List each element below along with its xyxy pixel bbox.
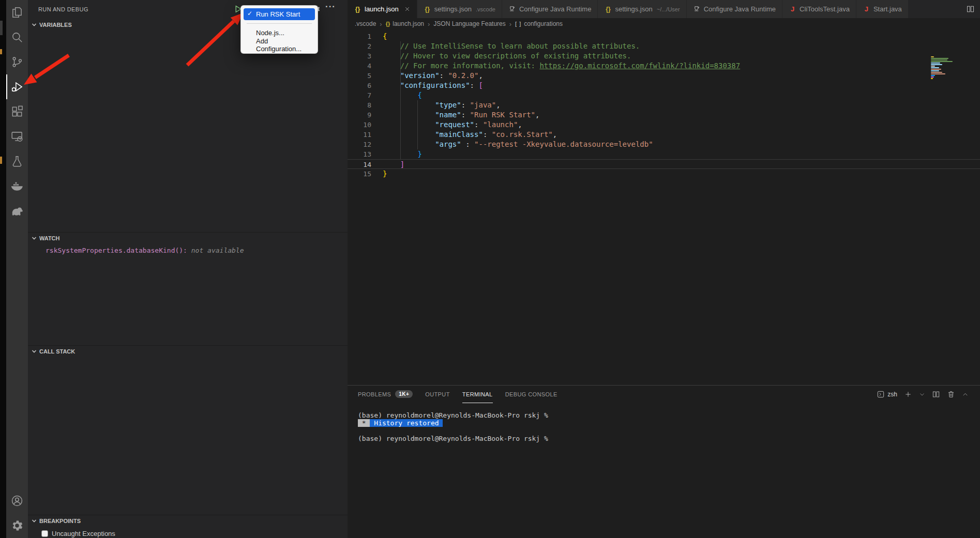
breadcrumb-item-configurations[interactable]: [ ]configurations (515, 20, 563, 27)
tab-label: settings.json (434, 5, 472, 13)
code-line-15: 15} (348, 169, 980, 179)
code-line-12: 12 "args" : "--regtest -Xkeyvalue.dataso… (348, 140, 980, 149)
screen-fragment (0, 49, 2, 54)
close-icon[interactable] (404, 6, 411, 12)
tab-label: Start.java (873, 5, 902, 13)
activity-bar-item-gradle[interactable] (6, 198, 28, 223)
breadcrumb-item--vscode[interactable]: .vscode (355, 20, 376, 27)
tab-label: Configure Java Runtime (519, 5, 591, 13)
tab-configure-java-runtime[interactable]: Configure Java Runtime (502, 0, 598, 18)
java-runtime-cup-icon (693, 5, 701, 13)
chevron-down-icon (31, 22, 37, 28)
watch-label: WATCH (39, 235, 60, 241)
panel-tab-output[interactable]: OUTPUT (425, 386, 450, 403)
run-and-debug-icon (10, 80, 24, 94)
chevron-down-icon (31, 235, 37, 241)
line-number: 3 (348, 51, 371, 61)
screen-fragment (0, 21, 3, 35)
tab-settings-json[interactable]: {}settings.json~/.../User (598, 0, 686, 18)
code-line-6: 6 "configurations": [ (348, 81, 980, 90)
panel-tab-label: DEBUG CONSOLE (505, 391, 557, 397)
tab-clitoolstest-java[interactable]: JCliToolsTest.java (782, 0, 856, 18)
code-line-8: 8 "type": "java", (348, 100, 980, 110)
more-actions-icon[interactable]: ··· (325, 2, 336, 12)
menu-item-label: Run RSK Start (256, 10, 300, 18)
array-symbol-icon: [ ] (515, 21, 521, 27)
line-content: "args" : "--regtest -Xkeyvalue.datasourc… (383, 140, 653, 149)
activity-bar-item-settings[interactable] (6, 513, 28, 538)
tab-detail: .vscode (476, 6, 495, 12)
activity-bar-item-extensions[interactable] (6, 99, 28, 124)
activity-bar-item-remote-explorer[interactable] (6, 124, 28, 149)
line-number: 10 (348, 120, 371, 130)
panel-tab-problems[interactable]: PROBLEMS1K+ (358, 386, 413, 403)
panel-tab-label: OUTPUT (425, 391, 450, 397)
terminal-output[interactable]: (base) reynoldmorel@Reynolds-MacBook-Pro… (348, 403, 980, 442)
breakpoints-section-header[interactable]: BREAKPOINTS (28, 515, 348, 527)
activity-bar-item-run-and-debug[interactable] (6, 74, 28, 99)
panel-tab-debug-console[interactable]: DEBUG CONSOLE (505, 386, 557, 403)
activity-bar-item-testing[interactable] (6, 149, 28, 174)
watch-value: not available (191, 247, 244, 254)
terminal-shell-chip[interactable]: zsh (877, 390, 897, 398)
tab-configure-java-runtime[interactable]: Configure Java Runtime (687, 0, 782, 18)
activity-bar (6, 0, 28, 538)
tab-launch-json[interactable]: {}launch.json (348, 0, 417, 18)
line-number: 4 (348, 61, 371, 71)
settings-icon (10, 519, 24, 532)
line-content: } (383, 169, 387, 179)
gradle-icon (10, 204, 24, 218)
menu-separator (247, 23, 312, 24)
checkmark-icon: ✓ (247, 10, 252, 17)
line-number: 11 (348, 130, 371, 140)
kill-terminal-trash-icon[interactable] (947, 390, 955, 398)
menu-item-add-configuration-[interactable]: Add Configuration... (244, 39, 315, 51)
breadcrumb-text: configurations (524, 20, 563, 27)
line-number: 9 (348, 110, 371, 120)
line-number: 12 (348, 140, 371, 149)
panel-tab-terminal[interactable]: TERMINAL (462, 386, 493, 403)
line-content: "name": "Run RSK Start", (383, 110, 539, 120)
uncaught-exceptions-checkbox[interactable] (41, 530, 48, 537)
tab-label: Configure Java Runtime (704, 5, 776, 13)
activity-bar-item-explorer[interactable] (6, 0, 28, 25)
line-content: ] (383, 160, 404, 168)
breadcrumb-item-json-language-features[interactable]: JSON Language Features (433, 20, 505, 27)
split-editor-icon[interactable] (966, 5, 975, 13)
screen-fragment (0, 157, 2, 164)
code-editor[interactable]: 1{2 // Use IntelliSense to learn about p… (348, 29, 980, 385)
terminal-icon (877, 390, 885, 398)
minimap[interactable] (931, 56, 968, 80)
code-line-11: 11 "mainClass": "co.rsk.Start", (348, 130, 980, 140)
terminal-dropdown-chevron-icon[interactable] (919, 391, 925, 397)
maximize-panel-chevron-icon[interactable] (962, 391, 969, 398)
watch-expression-row[interactable]: rskSystemProperties.databaseKind(): not … (28, 244, 348, 254)
breadcrumb-separator: › (380, 20, 382, 28)
line-content: "request": "launch", (383, 120, 522, 130)
tab-label: CliToolsTest.java (800, 5, 850, 13)
menu-item-run-rsk-start[interactable]: ✓Run RSK Start (244, 8, 315, 20)
breakpoint-label: Uncaught Exceptions (52, 530, 115, 537)
line-number: 2 (348, 41, 371, 51)
editor-group: {}launch.json{}settings.json.vscodeConfi… (348, 0, 980, 385)
line-number: 1 (348, 32, 371, 41)
watch-section-header[interactable]: WATCH (28, 233, 348, 244)
activity-bar-item-accounts[interactable] (6, 488, 28, 513)
activity-bar-item-docker[interactable] (6, 174, 28, 198)
line-number: 8 (348, 100, 371, 110)
run-and-debug-sidebar: RUN AND DEBUG ··· VARIABLES WATCH rskSys… (28, 0, 348, 538)
screen-edge-sliver (0, 0, 6, 538)
remote-explorer-icon (10, 130, 24, 143)
split-terminal-icon[interactable] (932, 390, 940, 398)
new-terminal-icon[interactable] (904, 390, 912, 398)
call-stack-section: CALL STACK (28, 345, 348, 515)
breadcrumb-item-launch-json[interactable]: {}launch.json (386, 20, 424, 27)
call-stack-section-header[interactable]: CALL STACK (28, 346, 348, 357)
tab-settings-json[interactable]: {}settings.json.vscode (417, 0, 502, 18)
tab-start-java[interactable]: JStart.java (856, 0, 909, 18)
activity-bar-item-source-control[interactable] (6, 50, 28, 74)
vscode-window: { "activity_bar": { "items": [ {"name": … (0, 0, 980, 538)
tab-bar-actions (961, 0, 980, 18)
json-file-icon: {} (424, 6, 431, 13)
activity-bar-item-search[interactable] (6, 25, 28, 50)
